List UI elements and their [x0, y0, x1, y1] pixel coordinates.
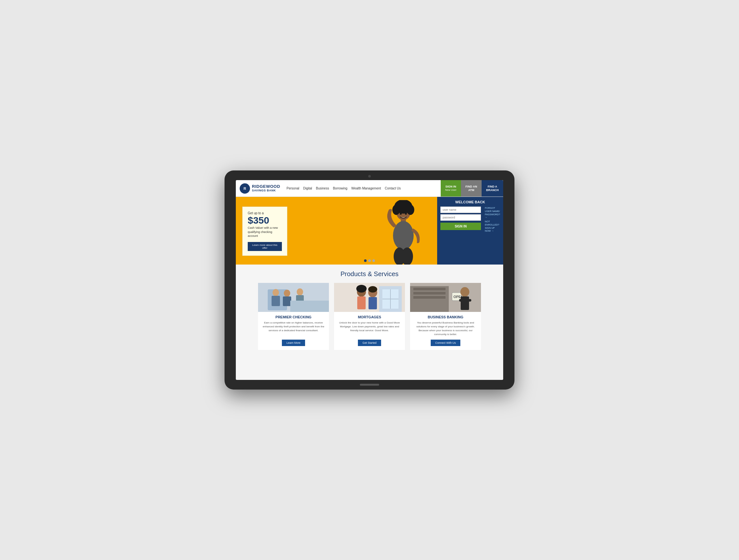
svg-rect-28: [368, 297, 377, 309]
username-input[interactable]: [440, 206, 481, 213]
svg-point-12: [405, 213, 407, 215]
svg-point-27: [368, 286, 377, 293]
login-fields: SIGN IN: [440, 206, 481, 261]
svg-rect-21: [290, 301, 329, 312]
svg-point-19: [297, 288, 303, 295]
site-header: R RIDGEWOOD SAVINGS BANK Personal Digita…: [236, 180, 503, 197]
svg-point-6: [407, 204, 414, 215]
tablet-home-button[interactable]: [360, 384, 379, 386]
carousel-dots: [364, 259, 375, 262]
svg-point-41: [460, 287, 469, 297]
product-body-business: BUSINESS BANKING You deserve powerful Bu…: [410, 312, 481, 350]
nav-wealth[interactable]: Wealth Management: [351, 186, 381, 190]
signin-button[interactable]: SIGN IN New User: [441, 180, 461, 196]
svg-rect-43: [459, 299, 471, 302]
product-card-business: OPEN BUSINESS BANKING You deserve powerf…: [410, 283, 481, 350]
nav-digital[interactable]: Digital: [303, 186, 312, 190]
product-card-mortgages: MORTGAGES Unlock the door to your new ho…: [334, 283, 405, 350]
product-btn-business[interactable]: Connect With Us: [431, 339, 460, 346]
welcome-title: WELCOME BACK: [440, 200, 500, 204]
carousel-dot-3[interactable]: [373, 259, 375, 262]
product-img-mortgages: [334, 283, 405, 312]
login-form: SIGN IN FORGOT USER NAME/ PASSWORD? → NO…: [440, 206, 500, 261]
products-grid: PREMIER CHECKING Earn a competitive rate…: [242, 283, 497, 350]
svg-rect-42: [461, 296, 469, 310]
nav-borrowing[interactable]: Borrowing: [333, 186, 347, 190]
svg-point-11: [400, 213, 402, 215]
tablet-screen: R RIDGEWOOD SAVINGS BANK Personal Digita…: [236, 180, 503, 380]
hero-amount: $350: [248, 215, 282, 226]
product-desc-mortgages: Unlock the door to your new home with a …: [338, 321, 401, 336]
svg-rect-16: [272, 296, 280, 306]
signup-link[interactable]: NOT ENROLLED? SIGN UP NOW →: [485, 220, 500, 233]
header-right: SIGN IN New User FIND AN ATM FIND A BRAN…: [441, 180, 503, 196]
products-section: Products & Services: [236, 265, 503, 380]
svg-rect-25: [357, 296, 365, 309]
product-name-checking: PREMIER CHECKING: [262, 315, 325, 319]
product-desc-checking: Earn a competitive rate on higher balanc…: [262, 321, 325, 336]
forgot-link[interactable]: FORGOT USER NAME/ PASSWORD? →: [485, 206, 500, 219]
product-btn-mortgages[interactable]: Get Started: [358, 339, 381, 346]
svg-point-24: [356, 285, 366, 293]
products-title: Products & Services: [242, 270, 497, 278]
password-input[interactable]: [440, 214, 481, 221]
logo-line2: SAVINGS BANK: [252, 189, 280, 192]
logo-icon: R: [240, 183, 250, 194]
svg-point-15: [273, 289, 279, 296]
hero-desc: Cash Value! with a new qualifying checki…: [248, 226, 282, 238]
product-card-checking: PREMIER CHECKING Earn a competitive rate…: [258, 283, 329, 350]
carousel-dot-2[interactable]: [368, 259, 371, 262]
product-body-mortgages: MORTGAGES Unlock the door to your new ho…: [334, 312, 405, 350]
nav-business[interactable]: Business: [316, 186, 329, 190]
hero-person-image: [374, 200, 432, 265]
logo-area: R RIDGEWOOD SAVINGS BANK: [240, 183, 280, 194]
product-btn-checking[interactable]: Learn More: [282, 339, 305, 346]
hero-offer-box: Get up to a $350 Cash Value! with a new …: [242, 206, 287, 256]
nav-personal[interactable]: Personal: [287, 186, 299, 190]
product-name-mortgages: MORTGAGES: [338, 315, 401, 319]
find-branch-button[interactable]: FIND A BRANCH: [482, 180, 503, 196]
svg-rect-36: [413, 288, 446, 290]
tablet-device: R RIDGEWOOD SAVINGS BANK Personal Digita…: [225, 170, 514, 390]
hero-section: Get up to a $350 Cash Value! with a new …: [236, 197, 503, 265]
header-left: R RIDGEWOOD SAVINGS BANK Personal Digita…: [236, 180, 441, 196]
product-name-business: BUSINESS BANKING: [414, 315, 477, 319]
hero-cta-button[interactable]: Learn more about this offer: [248, 242, 282, 251]
hero-get-up-label: Get up to a: [248, 212, 282, 215]
login-panel: WELCOME BACK SIGN IN FORGOT USER NAME/ P…: [437, 197, 503, 265]
nav-contact[interactable]: Contact Us: [385, 186, 401, 190]
carousel-dot-1[interactable]: [364, 259, 366, 262]
svg-rect-18: [283, 296, 291, 306]
login-links: FORGOT USER NAME/ PASSWORD? → NOT ENROLL…: [485, 206, 500, 261]
find-atm-button[interactable]: FIND AN ATM: [461, 180, 482, 196]
svg-point-17: [284, 290, 290, 297]
login-signin-button[interactable]: SIGN IN: [440, 223, 481, 230]
svg-point-5: [392, 204, 400, 215]
tablet-camera: [368, 175, 371, 177]
product-body-checking: PREMIER CHECKING Earn a competitive rate…: [258, 312, 329, 350]
product-img-business: OPEN: [410, 283, 481, 312]
svg-rect-37: [413, 292, 446, 294]
logo-line1: RIDGEWOOD: [252, 184, 280, 189]
logo-text: RIDGEWOOD SAVINGS BANK: [252, 184, 280, 192]
svg-text:R: R: [244, 186, 246, 190]
product-img-checking: [258, 283, 329, 312]
product-desc-business: You deserve powerful Business Banking to…: [414, 321, 477, 336]
main-nav: Personal Digital Business Borrowing Weal…: [287, 186, 401, 190]
svg-rect-38: [413, 296, 446, 299]
